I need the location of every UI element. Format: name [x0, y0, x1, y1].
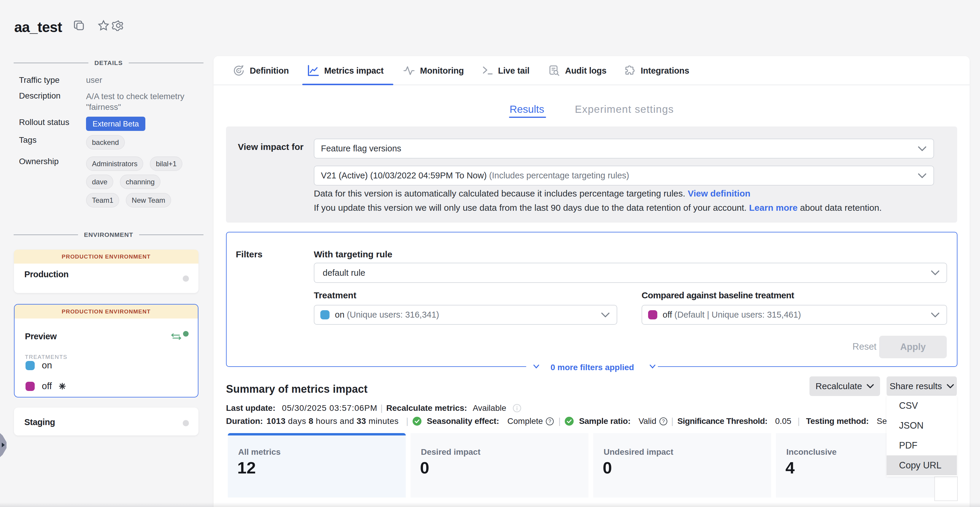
svg-text:?: ? — [662, 419, 665, 424]
svg-text:?: ? — [549, 419, 551, 424]
